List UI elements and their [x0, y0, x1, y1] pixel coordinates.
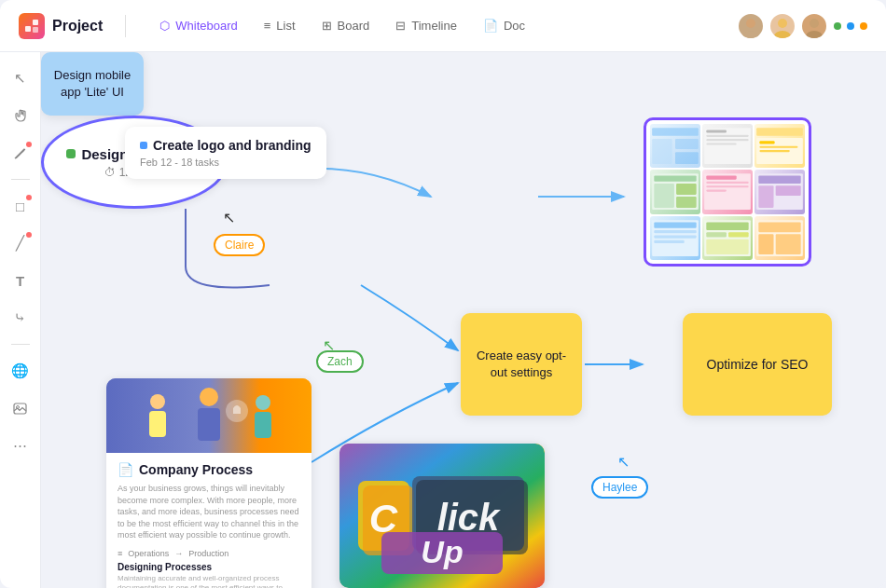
- svg-rect-14: [652, 128, 699, 136]
- screenshot-4: [650, 170, 700, 213]
- svg-text:Up: Up: [421, 534, 463, 569]
- toolbar-separator-2: [11, 344, 30, 345]
- svg-rect-0: [25, 26, 31, 32]
- card-logo[interactable]: Create logo and branding Feb 12 - 18 tas…: [125, 127, 326, 179]
- svg-rect-30: [654, 184, 674, 208]
- more-tools[interactable]: ⋯: [6, 431, 35, 460]
- svg-rect-19: [706, 130, 727, 132]
- cursor-arrow-1: ↖: [223, 209, 235, 226]
- card-clickup[interactable]: C lick Up: [339, 444, 545, 588]
- list-icon: ≡: [264, 19, 271, 33]
- main-area: ↖ □ ╱ T ⤷ 🌐: [0, 52, 886, 588]
- svg-point-57: [150, 394, 165, 409]
- svg-rect-62: [255, 412, 271, 438]
- screenshot-2: [702, 124, 753, 168]
- svg-rect-35: [706, 182, 748, 184]
- svg-rect-53: [758, 222, 800, 232]
- line-tool[interactable]: ╱: [6, 228, 35, 258]
- svg-rect-46: [654, 239, 684, 242]
- cursor-arrow-3: ↖: [617, 453, 630, 471]
- connector-tool[interactable]: ⤷: [6, 303, 35, 333]
- tab-board[interactable]: ⊞ Board: [311, 13, 381, 38]
- image-tool[interactable]: [6, 393, 35, 423]
- svg-rect-29: [654, 176, 696, 182]
- timeline-icon: ⊟: [395, 19, 406, 33]
- svg-rect-45: [654, 235, 696, 238]
- card-mobile[interactable]: Design mobile app 'Lite' UI: [41, 52, 144, 116]
- svg-rect-31: [676, 184, 697, 195]
- svg-rect-20: [706, 135, 748, 137]
- svg-rect-34: [706, 176, 736, 180]
- svg-rect-37: [706, 190, 727, 192]
- svg-rect-27: [759, 150, 789, 152]
- label-zach: Zach: [316, 350, 364, 373]
- svg-rect-41: [776, 186, 801, 197]
- screenshot-8: [702, 216, 753, 260]
- canvas[interactable]: Create logo and branding Feb 12 - 18 tas…: [41, 52, 886, 588]
- company-title: 📄 Company Process: [118, 462, 300, 477]
- svg-rect-18: [704, 128, 751, 164]
- hand-tool[interactable]: [6, 101, 35, 130]
- whiteboard-icon: ⬡: [159, 19, 170, 33]
- card-seo[interactable]: Optimize for SEO: [683, 313, 832, 416]
- svg-rect-36: [706, 186, 748, 188]
- mobile-card-text: Design mobile app 'Lite' UI: [52, 67, 132, 101]
- tab-list[interactable]: ≡ List: [253, 13, 307, 38]
- cursor-tool[interactable]: ↖: [6, 63, 35, 93]
- svg-rect-48: [706, 222, 748, 230]
- svg-rect-60: [198, 408, 220, 441]
- globe-tool[interactable]: 🌐: [6, 356, 35, 386]
- svg-rect-15: [652, 139, 672, 164]
- company-section-title: Designing Processes: [118, 562, 300, 572]
- seo-text: Optimize for SEO: [707, 357, 809, 372]
- svg-point-4: [742, 31, 759, 38]
- tab-timeline[interactable]: ⊟ Timeline: [384, 13, 468, 38]
- pencil-tool[interactable]: [6, 138, 35, 168]
- header-divider: [125, 15, 126, 37]
- tab-doc[interactable]: 📄 Doc: [472, 13, 536, 38]
- logo-icon: [19, 13, 45, 39]
- svg-point-5: [778, 19, 787, 28]
- card-company[interactable]: 📄 Company Process As your business grows…: [106, 378, 311, 588]
- svg-rect-54: [758, 234, 773, 254]
- svg-rect-51: [706, 239, 748, 253]
- shape-tool[interactable]: □: [6, 191, 35, 221]
- status-dot-green: [834, 22, 841, 30]
- company-desc: As your business grows, things will inev…: [118, 483, 300, 541]
- svg-rect-26: [759, 146, 797, 148]
- toolbar-separator-1: [11, 179, 30, 180]
- svg-rect-39: [758, 176, 800, 185]
- doc-icon: 📄: [483, 19, 498, 33]
- screenshot-6: [754, 170, 805, 213]
- board-icon: ⊞: [322, 19, 332, 33]
- avatar-user3: [800, 12, 828, 40]
- avatar-user1: [737, 12, 765, 40]
- svg-rect-17: [675, 152, 699, 164]
- logo-card-subtitle: Feb 12 - 18 tasks: [140, 157, 311, 168]
- svg-rect-40: [758, 186, 773, 209]
- header-avatars: [737, 12, 867, 40]
- card-screenshots[interactable]: [644, 117, 811, 267]
- svg-rect-50: [728, 232, 749, 237]
- screenshot-3: [754, 124, 805, 168]
- svg-rect-25: [759, 141, 774, 144]
- screenshot-1: [650, 124, 700, 168]
- header-logo: Project: [19, 13, 103, 39]
- nav-tabs: ⬡ Whiteboard ≡ List ⊞ Board ⊟ Timeline 📄…: [148, 13, 536, 38]
- svg-rect-23: [756, 128, 803, 136]
- company-image: [106, 378, 311, 453]
- svg-rect-1: [33, 20, 38, 25]
- tab-whiteboard[interactable]: ⬡ Whiteboard: [148, 13, 248, 38]
- svg-rect-22: [706, 143, 736, 144]
- screenshot-7: [650, 216, 700, 260]
- svg-point-7: [810, 19, 819, 28]
- svg-text:lick: lick: [437, 497, 501, 538]
- project-title: Project: [52, 18, 103, 34]
- card-optout[interactable]: Create easy opt-out settings: [461, 313, 582, 416]
- svg-point-3: [746, 19, 755, 28]
- avatar-user2: [768, 12, 796, 40]
- screenshot-9: [754, 216, 805, 260]
- label-haylee: Haylee: [591, 476, 648, 499]
- text-tool[interactable]: T: [6, 266, 35, 295]
- header: Project ⬡ Whiteboard ≡ List ⊞ Board ⊟ Ti…: [0, 0, 886, 52]
